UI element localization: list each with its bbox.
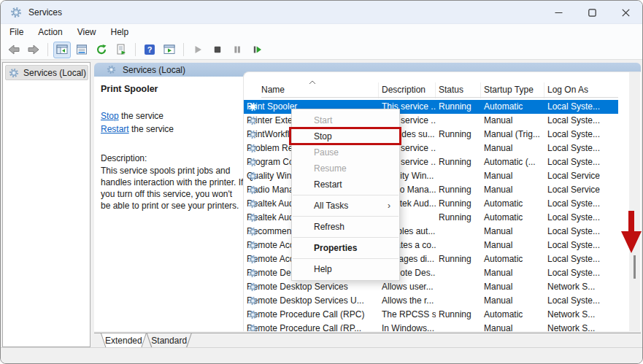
cell-log-on-as: Local Syste... <box>544 142 618 155</box>
forward-button[interactable] <box>25 42 42 58</box>
restart-service-button[interactable] <box>248 42 266 58</box>
context-menu-item[interactable]: Properties <box>292 240 399 256</box>
menu-view[interactable]: View <box>70 25 104 39</box>
cell-status <box>436 169 481 183</box>
cell-status: Running <box>436 183 481 197</box>
cell-log-on-as: Local Syste... <box>544 252 618 266</box>
service-gear-icon <box>248 282 258 292</box>
cell-description: Allows user... <box>379 280 436 294</box>
cell-status <box>436 266 481 280</box>
cell-status <box>436 280 481 294</box>
cell-startup-type: Automatic <box>481 211 544 225</box>
refresh-button[interactable] <box>93 42 110 58</box>
service-action-links: Stop the service Restart the service <box>101 109 237 136</box>
header-divider <box>261 97 618 98</box>
cell-status: Running <box>436 197 481 211</box>
cell-log-on-as: Local Syste... <box>544 239 618 252</box>
properties-icon <box>76 44 88 55</box>
context-menu-item[interactable]: Start <box>292 112 399 128</box>
cell-log-on-as: Network S... <box>544 322 618 331</box>
cell-log-on-as: Local Syste... <box>544 197 618 211</box>
play-icon <box>192 44 204 55</box>
context-menu-item-label: Pause <box>314 147 339 158</box>
service-gear-icon <box>248 324 258 331</box>
context-menu-item[interactable]: Pause <box>292 144 399 160</box>
stop-service-button[interactable] <box>209 42 226 58</box>
context-menu-item[interactable]: Refresh <box>292 219 399 235</box>
cell-name: Remote Desktop Services <box>244 280 379 294</box>
restart-service-link[interactable]: Restart <box>101 124 129 134</box>
cell-log-on-as: Local Syste... <box>544 266 618 280</box>
service-row[interactable]: Remote Desktop Services Allows user... M… <box>244 280 618 294</box>
export-list-button[interactable] <box>112 42 130 58</box>
context-menu-item-label: All Tasks <box>314 201 348 211</box>
cell-startup-type: Automatic <box>481 100 544 114</box>
minimize-button[interactable] <box>542 1 575 24</box>
column-header-log-on-as[interactable]: Log On As <box>544 82 618 98</box>
scrollbar-thumb[interactable] <box>634 255 636 279</box>
service-gear-icon <box>248 144 258 153</box>
help-button[interactable]: ? <box>141 42 158 58</box>
toolbar-separator <box>183 43 184 56</box>
context-menu-item[interactable]: Help <box>292 261 399 277</box>
back-button[interactable] <box>5 42 23 58</box>
cell-status <box>436 322 481 331</box>
column-header-startup-type[interactable]: Startup Type <box>481 82 544 98</box>
pause-service-button[interactable] <box>228 42 246 58</box>
view-tabs: Extended Standard <box>94 333 641 349</box>
start-service-button[interactable] <box>189 42 207 58</box>
services-pane-header-label: Services (Local) <box>123 65 185 75</box>
service-row[interactable]: Remote Desktop Services U... Allows the … <box>244 294 618 308</box>
service-row[interactable]: Remote Procedure Call (RPC) The RPCSS s.… <box>244 308 618 322</box>
cell-startup-type: Manual <box>481 142 544 155</box>
cell-log-on-as: Local Syste... <box>544 211 618 225</box>
cell-status: Running <box>436 211 481 225</box>
cell-startup-type: Manual <box>481 322 544 331</box>
tree-item-services-local[interactable]: Services (Local) <box>5 65 88 80</box>
maximize-button[interactable] <box>575 1 609 24</box>
service-row[interactable]: Remote Procedure Call (RP... In Windows.… <box>244 322 618 331</box>
cell-startup-type: Manual <box>481 183 544 197</box>
column-header-status[interactable]: Status <box>436 82 481 98</box>
maximize-icon <box>588 9 596 17</box>
cell-log-on-as: Local Syste... <box>544 100 618 114</box>
cell-status: Running <box>436 155 481 169</box>
menu-action[interactable]: Action <box>31 25 69 39</box>
cell-status: Running <box>436 128 481 142</box>
restart-service-line-rest: the service <box>129 124 174 134</box>
context-menu-item[interactable]: Stop <box>292 128 399 144</box>
column-header-description[interactable]: Description <box>379 82 436 98</box>
close-button[interactable] <box>609 1 642 24</box>
properties-button[interactable] <box>73 42 91 58</box>
service-gear-icon <box>248 241 258 250</box>
cell-startup-type: Manual <box>481 266 544 280</box>
menu-file[interactable]: File <box>2 25 31 39</box>
description-text: This service spools print jobs and handl… <box>101 165 244 212</box>
toolbar-separator <box>135 43 136 56</box>
view-tab[interactable]: Standard <box>147 333 192 349</box>
restart-service-line: Restart the service <box>101 123 237 136</box>
services-gear-icon <box>107 65 116 74</box>
window-controls <box>542 1 642 24</box>
view-tab[interactable]: Extended <box>101 333 147 349</box>
cell-log-on-as: Local Service <box>544 169 618 183</box>
cell-startup-type: Automatic <box>481 197 544 211</box>
service-gear-icon <box>248 255 258 264</box>
title-bar: Services <box>1 1 642 24</box>
show-console-tree-button[interactable] <box>53 42 71 58</box>
vertical-scrollbar[interactable] <box>629 72 640 331</box>
context-menu-separator <box>293 195 398 195</box>
context-menu-item[interactable]: Restart <box>292 177 399 193</box>
context-menu-item[interactable]: All Tasks › <box>292 198 399 214</box>
stop-service-link[interactable]: Stop <box>101 111 119 121</box>
cell-startup-type: Automatic (... <box>481 155 544 169</box>
forward-arrow-icon <box>27 44 40 55</box>
cell-log-on-as: Local Syste... <box>544 128 618 142</box>
show-action-pane-button[interactable] <box>161 42 178 58</box>
column-header-name[interactable]: Name <box>244 82 379 98</box>
back-arrow-icon <box>7 44 20 55</box>
svg-text:?: ? <box>147 45 153 54</box>
tab-label: Extended <box>105 333 142 348</box>
context-menu-item[interactable]: Resume <box>292 160 399 177</box>
menu-help[interactable]: Help <box>104 25 136 39</box>
